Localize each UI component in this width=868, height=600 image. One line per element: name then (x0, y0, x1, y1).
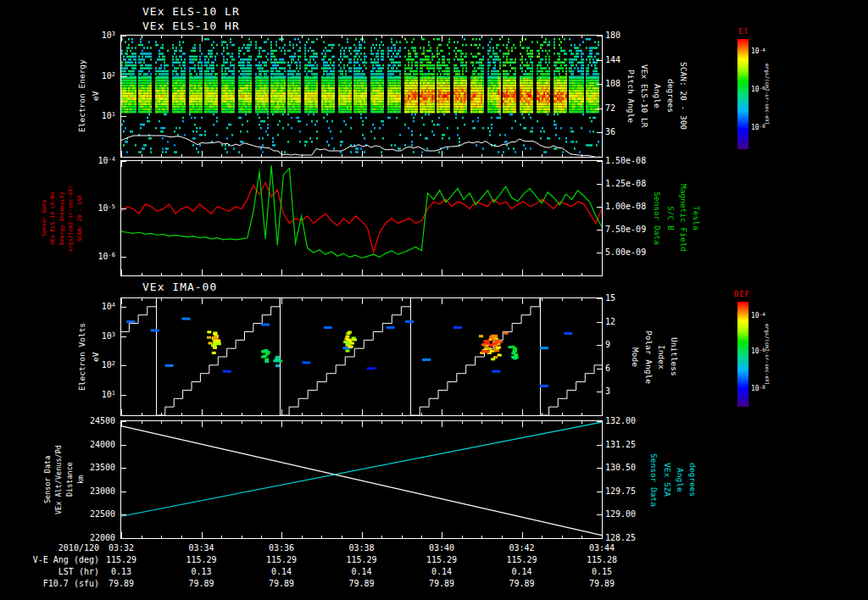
time-tick-label: 03:34 (176, 543, 227, 553)
colorbar-tick-label: 10-6 (751, 347, 765, 355)
panel3-title: VEx IMA-00 (142, 281, 217, 293)
footer-value: 115.29 (176, 555, 227, 564)
intensity-bfield-canvas (120, 160, 603, 276)
p1-right-label-line: SCAN: 20 - 300 (678, 36, 688, 157)
footer-value: 115.29 (96, 555, 147, 564)
p4-left-label-line: VEx Alt/Venus/Pd (54, 421, 64, 538)
p4-right-label-line: degrees (687, 421, 698, 538)
axis-tick-label: 24500 (78, 416, 115, 426)
colorbar1-title: El (738, 27, 749, 36)
axis-tick-label: 3 (605, 386, 659, 397)
axis-tick-label: 180 (605, 31, 659, 41)
axis-tick-label: 104 (78, 302, 115, 313)
axis-tick-label: 103 (78, 31, 115, 42)
p2-left-label-line: Energy Intensity (58, 161, 65, 275)
axis-tick-label: 24000 (78, 440, 115, 450)
axis-tick-label: 22500 (78, 509, 115, 519)
p3-right-label-line: Unitless (669, 298, 679, 415)
axis-tick-label: 144 (605, 55, 659, 65)
footer-value: 0.14 (337, 567, 387, 576)
axis-tick-label: 102 (78, 360, 115, 371)
axis-tick-label: 15 (605, 293, 659, 303)
panel1-title-line2: VEx ELS-10 HR (142, 19, 240, 32)
axis-tick-label: 10-6 (78, 252, 115, 263)
axis-tick-label: 36 (605, 127, 659, 137)
axis-tick-label: 12 (605, 317, 659, 327)
p1-right-label-line: degrees (665, 36, 675, 157)
p2-right-label-line: Magnetic Field (678, 161, 688, 275)
footer-value: 0.14 (256, 567, 307, 576)
axis-tick-label: 103 (78, 331, 115, 342)
time-tick-label: 03:38 (337, 543, 387, 553)
date-label: 2010/120 (0, 543, 99, 553)
axis-tick-label: 129.00 (605, 509, 659, 519)
axis-tick-label: 1.25e-08 (605, 179, 659, 189)
axis-tick-label: 1.50e-08 (605, 156, 659, 166)
axis-tick-label: 132.00 (605, 416, 659, 426)
colorbar2-title: DEF (734, 290, 750, 298)
colorbar2-units: ergs/(cm2-sr-sec-eV) (765, 302, 770, 407)
p2-left-label-line: ergs/(cm2-sr-sec-eV) (67, 161, 74, 275)
axis-tick-label: 101 (78, 111, 115, 122)
p2-left-axis-label: Sensor Data VEx ELS-10 LR-Bk Energy Inte… (42, 161, 81, 275)
axis-tick-label: 131.25 (605, 440, 659, 450)
time-tick-label: 03:40 (416, 543, 467, 553)
p4-right-label-line: VEx SZA (661, 421, 671, 538)
time-tick-label: 03:32 (96, 543, 147, 553)
p4-left-label-line: Distance (65, 421, 75, 538)
p1-right-label-line: VEx ELS-10 LR (638, 36, 648, 157)
footer-value: 79.89 (416, 579, 467, 588)
colorbar1 (737, 39, 748, 149)
footer-row-label-f107: F10.7 (sfu) (0, 579, 99, 588)
axis-tick-label: 102 (78, 71, 115, 82)
footer-row-label-lst: LST (hr) (0, 567, 99, 576)
footer-value: 0.13 (176, 567, 227, 576)
axis-tick-label: 5.00e-09 (605, 247, 659, 258)
colorbar-tick-label: 10-8 (751, 385, 765, 392)
colorbar2 (737, 302, 748, 407)
axis-tick-label: 6 (605, 364, 659, 374)
axis-tick-label: 22000 (78, 533, 115, 543)
axis-tick-label: 10-4 (78, 156, 115, 167)
axis-tick-label: 72 (605, 103, 659, 114)
colorbar-tick-label: 10-4 (751, 312, 765, 319)
colorbar-tick-label: 10-4 (751, 47, 765, 55)
footer-value: 0.15 (576, 567, 627, 576)
footer-value: 115.29 (337, 555, 387, 564)
vex-quicklook-plot-page: VEx ELS-10 LR VEx ELS-10 HR VEx IMA-00 E… (0, 0, 868, 600)
time-tick-label: 03:36 (256, 543, 307, 553)
colorbar-tick-label: 10-8 (751, 124, 765, 131)
footer-value: 115.29 (416, 555, 467, 564)
axis-tick-label: 23000 (78, 486, 115, 497)
p2-right-label-line: S/C B (665, 161, 675, 275)
footer-value: 115.29 (256, 555, 307, 564)
footer-row-label-ve-ang: V-E Ang (deg) (0, 555, 99, 564)
ima-spectrogram-canvas (120, 297, 603, 416)
p2-left-label-line: VEx ELS-10 LR-Bk (49, 161, 56, 275)
axis-tick-label: 23500 (78, 463, 115, 473)
axis-tick-label: 10-5 (78, 203, 115, 214)
axis-tick-label: 101 (78, 390, 115, 401)
p4-left-label-line: Sensor Data (43, 421, 53, 538)
footer-value: 79.89 (96, 579, 147, 588)
axis-tick-label: 130.50 (605, 463, 659, 473)
p2-right-label-line: Tesla (691, 161, 701, 275)
altitude-sza-canvas (120, 420, 603, 539)
p4-right-label-line: Angle (675, 421, 685, 538)
footer-value: 79.89 (176, 579, 227, 588)
footer-value: 0.13 (96, 567, 147, 576)
panel1-title-line1: VEx ELS-10 LR (142, 5, 240, 18)
axis-tick-label: 9 (605, 340, 659, 350)
time-tick-label: 03:44 (576, 543, 627, 553)
axis-tick-label: 129.75 (605, 486, 659, 497)
footer-value: 115.29 (497, 555, 548, 564)
footer-value: 79.89 (337, 579, 387, 588)
colorbar1-units: ergs/(cm2-sr-sec-eV) (765, 39, 770, 149)
footer-value: 79.89 (497, 579, 548, 588)
p1-right-label-line: Angle (652, 36, 662, 157)
p1-right-axis-label: Pitch Angle VEx ELS-10 LR Angle degrees … (622, 36, 692, 157)
footer-value: 0.14 (416, 567, 467, 576)
p1-right-label-line: Pitch Angle (626, 36, 636, 157)
p1-ylabel-line: eV (91, 36, 101, 157)
p2-left-label-line: Sensor Data (41, 161, 47, 275)
